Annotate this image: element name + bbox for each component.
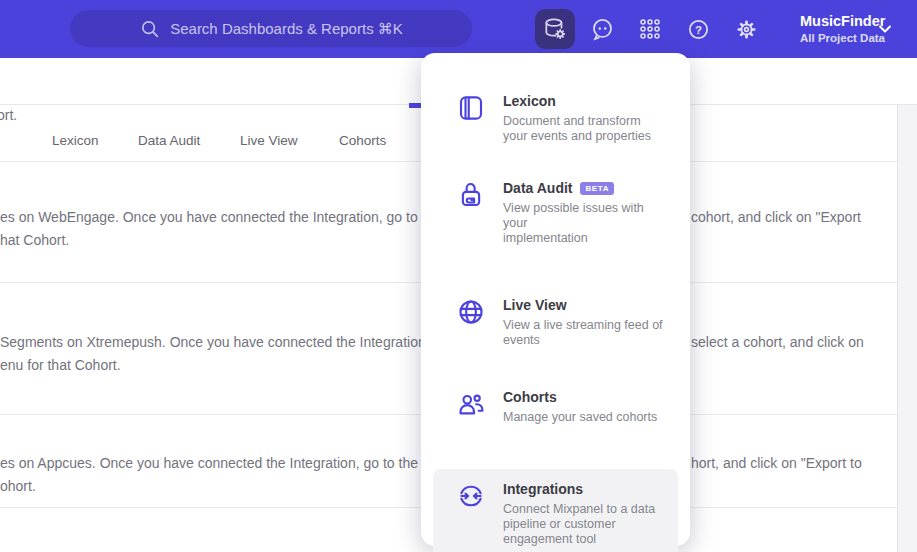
feedback-button[interactable] — [582, 9, 622, 49]
menu-item-title: Lexicon — [503, 93, 556, 110]
gear-icon — [734, 17, 759, 42]
menu-item-desc: View possible issues with your implement… — [503, 201, 664, 246]
search-input[interactable]: Search Dashboards & Reports ⌘K — [70, 10, 472, 47]
project-scope: All Project Data — [800, 32, 885, 44]
menu-item-text: Data Audit BETA View possible issues wit… — [503, 180, 664, 246]
data-management-button[interactable] — [535, 9, 575, 49]
row-text: enu for that Cohort. — [0, 356, 121, 374]
cohorts-people-icon — [456, 389, 486, 419]
row-text: Segments on Xtremepush. Once you have co… — [0, 333, 430, 351]
menu-item-title: Cohorts — [503, 389, 557, 406]
row-text: es on WebEngage. Once you have connected… — [0, 208, 441, 226]
help-button[interactable]: ? — [678, 9, 718, 49]
menu-item-text: Lexicon Document and transform your even… — [503, 93, 651, 144]
apps-grid-icon — [638, 17, 662, 41]
data-management-icon — [542, 16, 568, 42]
search-icon — [139, 18, 161, 40]
menu-item-text: Integrations Connect Mixpanel to a data … — [503, 481, 655, 547]
top-nav-bar: Search Dashboards & Reports ⌘K — [0, 0, 917, 58]
row-text: ort. — [0, 106, 17, 124]
apps-grid-button[interactable] — [630, 9, 670, 49]
menu-item-data-audit[interactable]: Data Audit BETA View possible issues wit… — [433, 168, 678, 258]
menu-item-integrations[interactable]: Integrations Connect Mixpanel to a data … — [433, 469, 678, 552]
row-text: ohort. — [0, 477, 36, 495]
data-management-menu: Lexicon Document and transform your even… — [421, 53, 690, 546]
svg-text:?: ? — [695, 23, 702, 35]
app-window: ort. es on WebEngage. Once you have conn… — [0, 0, 917, 552]
settings-button[interactable] — [726, 9, 766, 49]
tab-data-audit[interactable]: Data Audit — [138, 133, 200, 148]
project-name: MusicFinder — [800, 13, 885, 30]
row-text: es on Appcues. Once you have connected t… — [0, 454, 434, 472]
menu-item-desc: Document and transform your events and p… — [503, 114, 651, 144]
beta-badge: BETA — [580, 182, 614, 195]
menu-item-title: Integrations — [503, 481, 583, 498]
menu-item-live-view[interactable]: Live View View a live streaming feed of … — [433, 285, 678, 360]
lexicon-book-icon — [456, 93, 486, 123]
tab-cohorts[interactable]: Cohorts — [339, 133, 386, 148]
search-placeholder: Search Dashboards & Reports ⌘K — [170, 20, 403, 38]
row-text: cohort, and click on "Export — [691, 208, 861, 226]
row-text: hat Cohort. — [0, 231, 69, 249]
integrations-sync-icon — [456, 481, 486, 511]
live-view-globe-icon — [456, 297, 486, 327]
menu-item-desc: Connect Mixpanel to a data pipeline or c… — [503, 502, 655, 547]
menu-item-desc: Manage your saved cohorts — [503, 410, 657, 425]
menu-item-title: Live View — [503, 297, 567, 314]
project-switcher[interactable]: MusicFinder All Project Data — [800, 13, 885, 44]
data-audit-icon — [456, 180, 486, 210]
menu-item-text: Live View View a live streaming feed of … — [503, 297, 663, 348]
chevron-down-icon[interactable] — [878, 24, 892, 34]
menu-item-lexicon[interactable]: Lexicon Document and transform your even… — [433, 81, 678, 156]
menu-item-title: Data Audit — [503, 180, 572, 197]
row-text: select a cohort, and click on — [691, 333, 864, 351]
menu-item-cohorts[interactable]: Cohorts Manage your saved cohorts — [433, 377, 678, 437]
tab-live-view[interactable]: Live View — [240, 133, 298, 148]
menu-item-desc: View a live streaming feed of events — [503, 318, 663, 348]
row-text: hort, and click on "Export to — [691, 454, 862, 472]
feedback-icon — [590, 17, 615, 42]
menu-item-text: Cohorts Manage your saved cohorts — [503, 389, 657, 425]
tab-lexicon[interactable]: Lexicon — [52, 133, 99, 148]
scrollbar-gutter — [897, 105, 917, 552]
help-icon: ? — [686, 17, 711, 42]
